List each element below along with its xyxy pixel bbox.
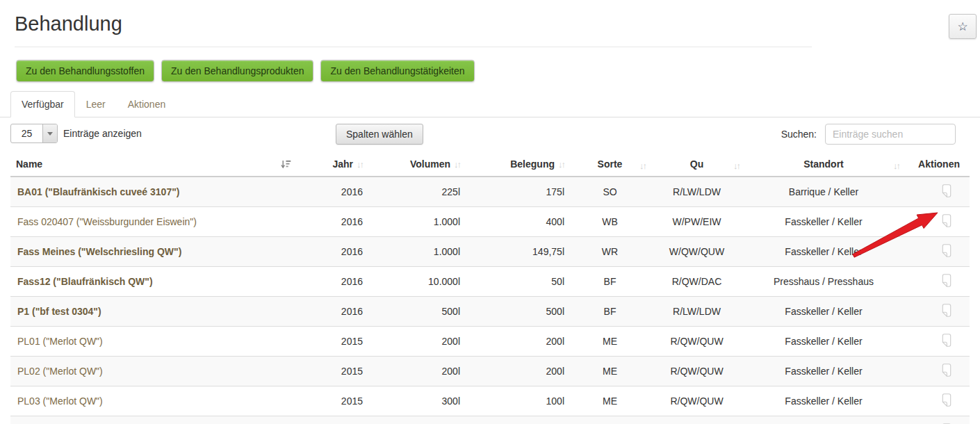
cell-belegung: 100l: [466, 386, 570, 416]
tab-verfuegbar[interactable]: Verfügbar: [10, 91, 75, 117]
cell-aktionen: [904, 416, 970, 424]
cell-jahr: 2016: [316, 207, 368, 237]
cell-name: Fass12 ("Blaufränkisch QW"): [10, 267, 316, 297]
behandlungsprodukte-button[interactable]: Zu den Behandlungsprodukten: [161, 60, 313, 82]
star-icon: ☆: [957, 21, 967, 33]
cell-aktionen: [904, 267, 970, 297]
cell-standort: Presshaus / Presshaus: [744, 267, 904, 297]
cell-belegung: 400l: [466, 207, 570, 237]
cell-qu: R/QW/QUW: [650, 386, 744, 416]
column-header-qu[interactable]: Qu↓↑: [650, 154, 744, 177]
cell-volumen: 10.000l: [368, 267, 466, 297]
cell-volumen: 225l: [368, 177, 466, 207]
file-action-icon[interactable]: [941, 244, 952, 257]
column-header-label: Name: [16, 158, 42, 170]
cell-aktionen: [904, 386, 970, 416]
behandlungstaetigkeiten-button[interactable]: Zu den Behandlungstätigkeiten: [320, 60, 474, 82]
file-action-icon[interactable]: [941, 364, 952, 377]
cell-belegung: 175l: [466, 177, 570, 207]
table-row: Fass Meines ("Welschriesling QW")20161.0…: [10, 237, 970, 267]
sort-descending-icon: [281, 160, 291, 171]
file-action-icon[interactable]: [941, 184, 952, 197]
title-divider: [15, 47, 812, 47]
cell-qu: R/LW/LDW: [650, 177, 744, 207]
cell-volumen: 300l: [368, 386, 466, 416]
file-action-icon[interactable]: [941, 214, 952, 227]
sort-both-icon: ↓↑: [639, 160, 646, 170]
cell-name: BA01 ("Blaufränkisch cuveé 3107"): [10, 177, 316, 207]
cell-sorte: ME: [570, 327, 650, 357]
column-header-label: Volumen: [410, 158, 450, 170]
wine-name-link[interactable]: Fass 020407 ("Weissburgunder Eiswein"): [17, 216, 197, 227]
page-length-select[interactable]: 25: [10, 124, 58, 143]
choose-columns-button[interactable]: Spalten wählen: [336, 124, 423, 145]
tab-aktionen[interactable]: Aktionen: [117, 91, 177, 117]
wine-name-link[interactable]: Fass Meines ("Welschriesling QW"): [17, 246, 181, 257]
file-action-icon[interactable]: [941, 304, 952, 317]
tab-bar: Verfügbar Leer Aktionen: [0, 91, 980, 117]
cell-aktionen: [904, 357, 970, 386]
cell-standort: Fasskeller / Keller: [744, 416, 904, 424]
cell-volumen: 200l: [368, 357, 466, 386]
cell-standort: Barrique / Keller: [744, 177, 904, 207]
cell-aktionen: [904, 207, 970, 237]
column-header-sorte[interactable]: Sorte↓↑: [570, 154, 650, 177]
column-header-standort[interactable]: Standort↓↑: [744, 154, 904, 177]
wine-name-link[interactable]: PL02 ("Merlot QW"): [17, 366, 103, 377]
cell-volumen: 5.000l: [368, 416, 466, 424]
tab-leer[interactable]: Leer: [75, 91, 117, 117]
table-row: Fass12 ("Blaufränkisch QW")201610.000l50…: [10, 267, 970, 297]
cell-standort: Fasskeller / Keller: [744, 297, 904, 327]
behandlung-page: Behandlung ☆ Zu den Behandlungsstoffen Z…: [0, 13, 980, 424]
favorite-button[interactable]: ☆: [949, 14, 977, 39]
cell-jahr: 2015: [316, 386, 368, 416]
column-header-belegung[interactable]: Belegung↓↑: [466, 154, 570, 177]
cell-standort: Fasskeller / Keller: [744, 357, 904, 386]
cell-volumen: 1.000l: [368, 207, 466, 237]
file-action-icon[interactable]: [941, 393, 952, 407]
column-header-aktionen: Aktionen: [904, 154, 970, 177]
search-group: Suchen:: [781, 124, 956, 145]
table-row: BA01 ("Blaufränkisch cuveé 3107")2016225…: [10, 177, 970, 207]
cell-qu: R/QW/QUW: [650, 357, 744, 386]
column-header-jahr[interactable]: Jahr↓↑: [316, 154, 368, 177]
wine-name-link[interactable]: PL01 ("Merlot QW"): [17, 336, 103, 347]
column-header-label: Standort: [803, 158, 844, 170]
chevron-down-icon: [42, 124, 57, 142]
page-length-value: 25: [11, 124, 42, 142]
behandlungsstoffe-button[interactable]: Zu den Behandlungsstoffen: [16, 60, 154, 82]
cell-qu: W/QW/QUW: [650, 237, 744, 267]
wine-name-link[interactable]: P1 ("bf test 0304"): [17, 306, 101, 317]
cell-standort: Fasskeller / Keller: [744, 237, 904, 267]
sort-both-icon: ↓↑: [454, 159, 460, 170]
cell-jahr: 2016: [316, 237, 368, 267]
cell-aktionen: [904, 297, 970, 327]
wine-name-link[interactable]: BA01 ("Blaufränkisch cuveé 3107"): [17, 186, 180, 197]
cell-sorte: ME: [570, 386, 650, 416]
file-action-icon[interactable]: [941, 334, 952, 347]
wine-name-link[interactable]: PL03 ("Merlot QW"): [17, 396, 103, 407]
column-header-volumen[interactable]: Volumen↓↑: [368, 154, 466, 177]
cell-belegung: 200l: [466, 357, 570, 386]
sort-both-icon: ↓↑: [893, 160, 899, 170]
cell-belegung: 50l: [466, 267, 570, 297]
column-header-label: Jahr: [332, 158, 353, 170]
table-row: PL02 ("Merlot QW")2015200l200lMER/QW/QUW…: [10, 357, 970, 386]
page-length-label: Einträge anzeigen: [63, 128, 142, 139]
wine-name-link[interactable]: Fass12 ("Blaufränkisch QW"): [17, 276, 153, 287]
cell-name: PL02 ("Merlot QW"): [10, 357, 316, 386]
cell-volumen: 500l: [368, 297, 466, 327]
cell-jahr: 2015: [316, 357, 368, 386]
cell-sorte: BF: [570, 267, 650, 297]
table-row: PL01 ("Merlot QW")2015200l200lMER/QW/QUW…: [10, 327, 970, 357]
cell-sorte: WB: [570, 207, 650, 237]
cell-qu: R/QW/DAC: [650, 267, 744, 297]
quick-nav-buttons: Zu den Behandlungsstoffen Zu den Behandl…: [16, 60, 980, 82]
cell-aktionen: [904, 177, 970, 207]
cell-name: P1 ("bf test 0304"): [10, 297, 316, 327]
cell-sorte: BF: [570, 297, 650, 327]
file-action-icon[interactable]: [941, 274, 952, 287]
column-header-name[interactable]: Name: [10, 154, 316, 177]
cell-sorte: ME: [570, 357, 650, 386]
search-input[interactable]: [825, 124, 956, 145]
